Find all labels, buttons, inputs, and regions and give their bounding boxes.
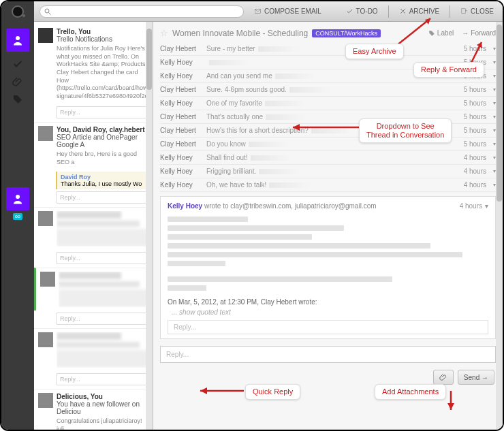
tag-icon <box>428 30 435 37</box>
scrollbar[interactable] <box>146 22 153 430</box>
inline-reply[interactable]: Reply... <box>56 252 148 264</box>
mail-from: Trello, You <box>57 28 148 35</box>
compose-actions: Send → <box>160 367 496 387</box>
close-icon <box>460 7 468 15</box>
inline-reply[interactable]: Reply... <box>56 106 148 118</box>
message-snippet: Sure - my better <box>206 45 460 52</box>
close-button[interactable]: CLOSE <box>457 7 497 15</box>
check-icon[interactable] <box>12 59 23 69</box>
svg-point-0 <box>16 36 20 40</box>
inbox-item[interactable]: You, David Roy, clay.hebertSEO Article a… <box>34 122 153 170</box>
inline-reply-box[interactable]: Reply... <box>168 320 488 334</box>
message-row[interactable]: Kelly HoeyOh, we have to talk!4 hours▾ <box>160 178 496 192</box>
send-button[interactable]: Send → <box>458 370 494 385</box>
avatar <box>40 272 55 287</box>
tag-icon[interactable] <box>12 94 23 105</box>
message-sender: Kelly Hoey <box>160 72 202 80</box>
avatar <box>38 332 53 347</box>
user-avatar[interactable] <box>6 29 29 52</box>
inbox-item[interactable] <box>34 268 153 310</box>
forward-button[interactable]: →Forward <box>462 29 496 37</box>
inbox-item[interactable]: Delicious, YouYou have a new follower on… <box>34 389 153 430</box>
expanded-time: 4 hours ▾ <box>460 202 488 210</box>
avatar <box>38 211 53 226</box>
x-icon <box>399 7 407 15</box>
topbar: COMPOSE EMAIL TO-DO ARCHIVE CLOSE <box>34 1 503 22</box>
mail-from: You, David Roy, clay.hebert <box>57 126 148 133</box>
message-sender: Clay Hebert <box>160 113 202 121</box>
message-row[interactable]: Kelly Hoey5 hours▾ <box>160 56 496 69</box>
thread-tag[interactable]: CONSULT/WorkHacks <box>312 29 381 37</box>
svg-line-3 <box>49 12 51 14</box>
message-row[interactable]: Kelly HoeyOne of my favorite5 hours▾ <box>160 97 496 110</box>
thread-header: ☆ Women Innovate Mobile - Scheduling CON… <box>160 26 496 42</box>
message-sender: Clay Hebert <box>160 86 202 93</box>
compose-placeholder: Reply... <box>166 351 490 358</box>
message-row[interactable]: Clay HebertHow's this for a short descri… <box>160 124 496 138</box>
message-time: 5 hours <box>464 59 486 66</box>
message-time: 5 hours <box>464 113 486 121</box>
label-button[interactable]: Label <box>428 29 454 37</box>
close-label: CLOSE <box>471 7 494 15</box>
inbox-item[interactable] <box>34 328 153 371</box>
message-row[interactable]: Clay HebertThat's actually one5 hours▾ <box>160 110 496 124</box>
message-time: 5 hours <box>464 140 486 148</box>
message-time: 4 hours <box>464 167 486 175</box>
message-time: 5 hours <box>464 45 486 52</box>
inline-reply[interactable]: Reply... <box>56 373 148 385</box>
avatar <box>38 393 53 408</box>
message-row[interactable]: Kelly HoeyAnd can you send me5 hours▾ <box>160 69 496 83</box>
inline-reply[interactable]: Reply... <box>56 191 148 204</box>
message-snippet: How's this for a short description? <box>206 127 460 134</box>
avatar <box>38 28 53 43</box>
message-row[interactable]: Kelly HoeyShall find out!4 hours▾ <box>160 151 496 165</box>
message-row[interactable]: Kelly HoeyFrigging brilliant.4 hours▾ <box>160 165 496 178</box>
compose-box[interactable]: Reply... <box>160 346 496 363</box>
scrollbar[interactable] <box>496 22 503 430</box>
app-sidebar: oo <box>1 1 34 430</box>
message-row[interactable]: Clay HebertDo you know5 hours▾ <box>160 138 496 151</box>
mail-subject: You have a new follower on Deliciou <box>57 400 148 415</box>
chevron-down-icon[interactable]: ▾ <box>485 202 488 210</box>
inline-reply[interactable]: Reply... <box>56 313 148 325</box>
message-snippet: That's actually one <box>206 113 460 121</box>
message-row[interactable]: Clay HebertSure - my better5 hours▾ <box>160 42 496 56</box>
search-wrap <box>40 5 244 18</box>
mail-from: Delicious, You <box>57 393 148 400</box>
reading-pane: ☆ Women Innovate Mobile - Scheduling CON… <box>153 22 503 430</box>
svg-point-1 <box>16 195 20 199</box>
app-logo <box>12 5 24 18</box>
separator <box>388 5 389 18</box>
svg-point-2 <box>45 9 49 13</box>
message-row[interactable]: Clay HebertSure. 4-6pm sounds good.5 hou… <box>160 83 496 97</box>
message-sender: Kelly Hoey <box>160 59 202 66</box>
inbox-item[interactable]: Trello, YouTrello NotificationsNotificat… <box>34 25 153 104</box>
message-time: 5 hours <box>464 72 486 80</box>
todo-button[interactable]: TO-DO <box>343 7 381 15</box>
inbox-item[interactable] <box>34 207 153 250</box>
message-body-blur <box>168 276 488 291</box>
expanded-recipients: wrote to clay@tribeswin.com, juliapatric… <box>202 202 376 210</box>
message-sender: Clay Hebert <box>160 45 202 52</box>
user-avatar-2[interactable] <box>6 187 29 210</box>
todo-label: TO-DO <box>356 7 378 15</box>
message-body-blur <box>168 217 488 270</box>
message-snippet: One of my favorite <box>206 99 460 107</box>
clip-icon[interactable] <box>12 76 23 87</box>
inbox-list: Trello, YouTrello NotificationsNotificat… <box>34 22 153 430</box>
message-sender: Kelly Hoey <box>160 181 202 189</box>
search-input[interactable] <box>40 5 244 18</box>
archive-button[interactable]: ARCHIVE <box>396 7 443 15</box>
show-quoted[interactable]: ... show quoted text <box>172 308 488 316</box>
compose-button[interactable]: COMPOSE EMAIL <box>251 7 325 15</box>
message-time: 5 hours <box>464 99 486 107</box>
mail-body: Congratulations juliapatriciaroy! juli <box>57 417 148 430</box>
thread-title: Women Innovate Mobile - Scheduling <box>172 29 308 38</box>
check-icon <box>346 7 353 15</box>
attach-button[interactable] <box>433 370 454 385</box>
mail-subject: SEO Article and OnePager Google A <box>57 133 148 148</box>
star-icon[interactable]: ☆ <box>160 28 168 38</box>
message-snippet: Shall find out! <box>206 154 460 161</box>
compose-label: COMPOSE EMAIL <box>264 7 321 15</box>
expanded-sender: Kelly Hoey <box>168 202 202 210</box>
